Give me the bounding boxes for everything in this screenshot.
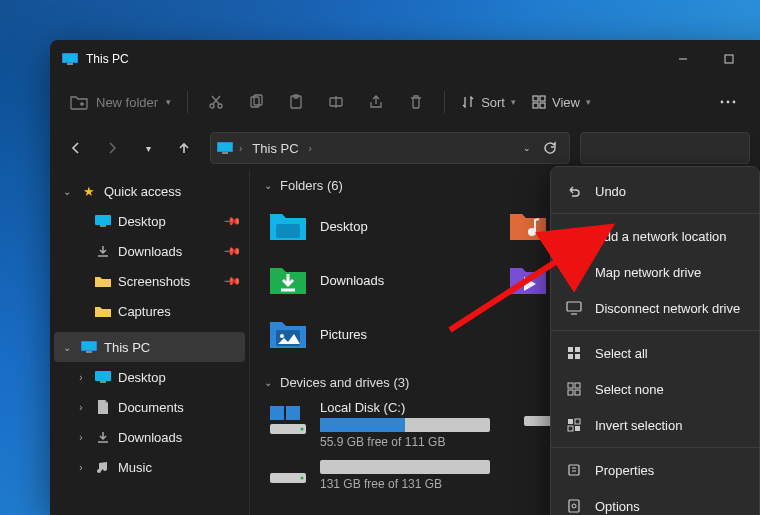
menu-item-select-all[interactable]: Select all xyxy=(551,335,759,371)
file-explorer-window: This PC New folder ▾ Sort xyxy=(50,40,760,515)
this-pc-icon xyxy=(217,142,233,154)
chevron-down-icon: ⌄ xyxy=(264,377,272,388)
svg-rect-56 xyxy=(568,390,573,395)
maximize-button[interactable] xyxy=(706,40,752,78)
sidebar-item-desktop[interactable]: Desktop 📌 xyxy=(68,206,245,236)
breadcrumb[interactable]: This PC xyxy=(248,141,302,156)
chevron-down-icon[interactable]: ⌄ xyxy=(60,186,74,197)
view-button[interactable]: View ▾ xyxy=(526,85,597,119)
chevron-down-icon[interactable]: ⌄ xyxy=(60,342,74,353)
svg-rect-51 xyxy=(575,347,580,352)
drive-free-text: 131 GB free of 131 GB xyxy=(320,477,490,491)
toolbar: New folder ▾ Sort ▾ View ▾ xyxy=(50,78,760,126)
search-input[interactable]: ⌕ xyxy=(580,132,750,164)
svg-rect-29 xyxy=(100,381,106,383)
svg-rect-16 xyxy=(540,103,545,108)
menu-item-map-network-drive[interactable]: Map network drive xyxy=(551,254,759,290)
sort-icon xyxy=(461,95,475,109)
svg-point-18 xyxy=(727,101,730,104)
downloads-icon xyxy=(94,244,112,258)
copy-button[interactable] xyxy=(238,85,274,119)
menu-item-properties[interactable]: Properties xyxy=(551,452,759,488)
drive-tile-c[interactable]: Local Disk (C:) 55.9 GB free of 111 GB xyxy=(258,396,508,453)
videos-icon xyxy=(508,260,548,300)
refresh-button[interactable] xyxy=(537,141,563,155)
more-context-menu: Undo Add a network location Map network … xyxy=(550,166,760,515)
back-button[interactable] xyxy=(60,132,92,164)
svg-point-39 xyxy=(301,428,304,431)
chevron-down-icon[interactable]: ⌄ xyxy=(523,143,531,153)
up-button[interactable] xyxy=(168,132,200,164)
window-title: This PC xyxy=(86,52,129,66)
drive-tile-e[interactable]: 131 GB free of 131 GB xyxy=(258,453,508,501)
svg-rect-23 xyxy=(95,215,111,225)
sidebar-item-downloads[interactable]: Downloads 📌 xyxy=(68,236,245,266)
svg-point-43 xyxy=(301,477,304,480)
svg-point-5 xyxy=(210,104,214,108)
pin-icon: 📌 xyxy=(222,211,241,230)
share-button[interactable] xyxy=(358,85,394,119)
sidebar-item-captures[interactable]: Captures xyxy=(68,296,245,326)
recent-button[interactable]: ▾ xyxy=(132,132,164,164)
sidebar-item-desktop-pc[interactable]: › Desktop xyxy=(68,362,245,392)
menu-item-add-network-location[interactable]: Add a network location xyxy=(551,218,759,254)
svg-rect-2 xyxy=(67,63,73,65)
svg-point-35 xyxy=(280,334,284,338)
music-icon xyxy=(508,206,548,246)
svg-rect-21 xyxy=(218,143,232,151)
chevron-down-icon: ▾ xyxy=(166,97,171,107)
sidebar-item-quick-access[interactable]: ⌄ ★ Quick access xyxy=(54,176,245,206)
chevron-right-icon: › xyxy=(309,143,312,154)
folder-tile-pictures[interactable]: Pictures xyxy=(258,307,498,361)
svg-rect-61 xyxy=(575,426,580,431)
chevron-right-icon[interactable]: › xyxy=(74,372,88,383)
select-invert-icon xyxy=(565,418,583,432)
monitor-x-icon xyxy=(565,301,583,315)
menu-item-invert-selection[interactable]: Invert selection xyxy=(551,407,759,443)
folder-tile-desktop[interactable]: Desktop xyxy=(258,199,498,253)
menu-item-disconnect-network-drive[interactable]: Disconnect network drive xyxy=(551,290,759,326)
chevron-right-icon[interactable]: › xyxy=(74,432,88,443)
svg-rect-44 xyxy=(567,230,581,239)
svg-rect-37 xyxy=(286,406,300,420)
drive-free-text: 55.9 GB free of 111 GB xyxy=(320,435,490,449)
properties-icon xyxy=(565,463,583,477)
cut-button[interactable] xyxy=(198,85,234,119)
folder-icon xyxy=(94,305,112,317)
address-bar[interactable]: › This PC › ⌄ xyxy=(210,132,570,164)
minimize-button[interactable] xyxy=(660,40,706,78)
select-none-icon xyxy=(565,382,583,396)
more-button[interactable] xyxy=(710,85,746,119)
monitor-plus-icon xyxy=(565,229,583,243)
star-icon: ★ xyxy=(80,184,98,199)
chevron-right-icon[interactable]: › xyxy=(74,402,88,413)
menu-item-undo[interactable]: Undo xyxy=(551,173,759,209)
title-bar: This PC xyxy=(50,40,760,78)
sidebar-item-music[interactable]: › Music xyxy=(68,452,245,482)
sidebar-item-this-pc[interactable]: ⌄ This PC xyxy=(54,332,245,362)
new-folder-button[interactable]: New folder ▾ xyxy=(64,85,177,119)
chevron-right-icon[interactable]: › xyxy=(74,462,88,473)
svg-rect-65 xyxy=(569,500,579,512)
sidebar-item-downloads-pc[interactable]: › Downloads xyxy=(68,422,245,452)
downloads-icon xyxy=(94,430,112,444)
svg-rect-24 xyxy=(100,225,106,227)
chevron-down-icon: ▾ xyxy=(586,97,591,107)
chevron-down-icon: ▾ xyxy=(511,97,516,107)
svg-rect-30 xyxy=(276,224,300,238)
folder-tile-downloads[interactable]: Downloads xyxy=(258,253,498,307)
forward-button[interactable] xyxy=(96,132,128,164)
svg-rect-46 xyxy=(567,266,581,275)
rename-button[interactable] xyxy=(318,85,354,119)
this-pc-icon xyxy=(62,53,78,65)
monitor-drive-icon xyxy=(565,265,583,279)
sort-button[interactable]: Sort ▾ xyxy=(455,85,522,119)
sidebar-item-screenshots[interactable]: Screenshots 📌 xyxy=(68,266,245,296)
sidebar-item-documents[interactable]: › Documents xyxy=(68,392,245,422)
pictures-icon xyxy=(268,314,308,354)
menu-item-options[interactable]: Options xyxy=(551,488,759,515)
view-icon xyxy=(532,95,546,109)
delete-button[interactable] xyxy=(398,85,434,119)
menu-item-select-none[interactable]: Select none xyxy=(551,371,759,407)
paste-button[interactable] xyxy=(278,85,314,119)
